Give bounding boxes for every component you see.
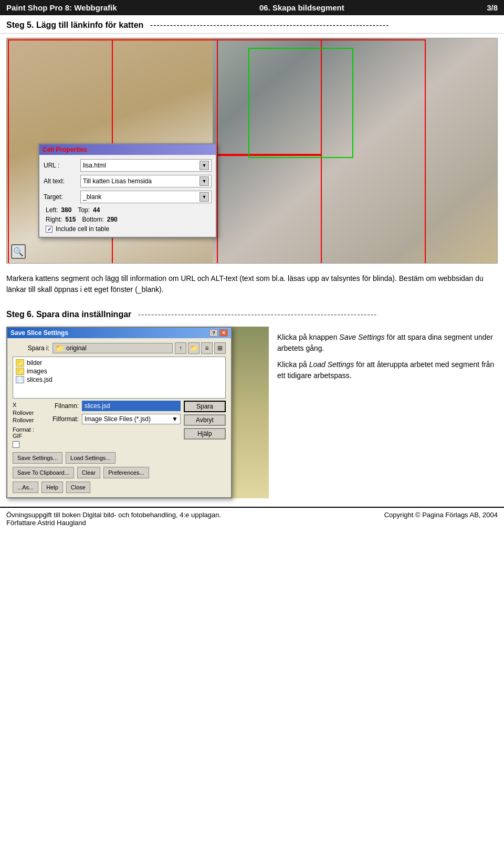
save-slice-dialog: Save Slice Settings ? ✕ Spara i: 📁 origi… — [6, 327, 232, 498]
alt-value: Till katten Lisas hemsida — [83, 177, 200, 185]
save-settings-button[interactable]: Save Settings... — [13, 452, 62, 464]
format-value: GIF — [13, 433, 44, 439]
file-list: 📁 bilder 📁 images 📄 slices.jsd — [13, 357, 226, 399]
toolbar-view-btn[interactable]: ≡ — [201, 342, 213, 354]
target-value: _blank — [83, 193, 200, 201]
toolbar-up-btn[interactable]: ↑ — [175, 342, 186, 354]
save-dialog-titlebar: Save Slice Settings ? ✕ — [7, 328, 231, 338]
save-slice-right-text: Klicka på knappen Save Settings för att … — [277, 327, 498, 498]
url-input[interactable]: lisa.html ▼ — [80, 159, 212, 172]
cell-properties-dialog: Cell Properties URL : lisa.html ▼ Alt te… — [38, 143, 217, 238]
folder-icon: 📁 — [16, 359, 24, 367]
footer-right-line1: Copyright © Pagina Förlags AB, 2004 — [384, 511, 498, 519]
preferences-button[interactable]: Preferences... — [103, 467, 149, 478]
document-icon: 📄 — [16, 376, 24, 383]
alt-label: Alt text: — [44, 177, 80, 185]
alt-input[interactable]: Till katten Lisas hemsida ▼ — [80, 175, 212, 187]
top-value: 44 — [93, 206, 100, 214]
step6-heading-text: Steg 6. Spara dina inställningar — [6, 310, 131, 319]
bottom-label: Bottom: — [82, 216, 103, 223]
url-value: lisa.html — [83, 162, 200, 169]
save-clipboard-button[interactable]: Save To Clipboard... — [13, 467, 74, 478]
right-para2: Klicka på Load Settings för att återuppt… — [277, 359, 498, 381]
top-label: Top: — [78, 206, 90, 214]
target-label: Target: — [44, 193, 80, 201]
url-row: URL : lisa.html ▼ — [44, 159, 212, 172]
page-header: Paint Shop Pro 8: Webbgrafik 06. Skapa b… — [0, 0, 504, 15]
filformat-dropdown-arrow: ▼ — [172, 415, 178, 423]
file-name: slices.jsd — [27, 376, 52, 383]
format-label: Format : — [13, 426, 44, 433]
spara-i-label: Spara i: — [13, 344, 49, 352]
target-dropdown-btn[interactable]: ▼ — [200, 192, 209, 202]
include-cell-row: ✓ Include cell in table — [44, 225, 212, 233]
file-name: images — [27, 368, 47, 375]
slice-border-3 — [217, 155, 322, 264]
save-toolbar: ↑ 📁 ≡ ⊞ — [175, 342, 226, 354]
sd-bottom-row1: Save Settings... Load Settings... — [13, 452, 226, 464]
filformat-value: Image Slice Files (*.jsd) — [85, 415, 151, 423]
alt-dropdown-btn[interactable]: ▼ — [200, 176, 209, 186]
sd-bottom-row2: Save To Clipboard... Clear Preferences..… — [13, 467, 226, 478]
sd-right-buttons: Spara Avbryt Hjälp — [184, 401, 226, 449]
coords-row1: Left: 380 Top: 44 — [44, 206, 212, 214]
filnamn-value: slices.jsd — [85, 402, 110, 410]
save-dialog-body: Spara i: 📁 original ↑ 📁 ≡ ⊞ — [7, 338, 231, 497]
magnifier-icon[interactable]: 🔍 — [11, 244, 26, 259]
alt-row: Alt text: Till katten Lisas hemsida ▼ — [44, 175, 212, 187]
include-cell-checkbox[interactable]: ✓ — [46, 226, 52, 233]
toolbar-new-btn[interactable]: 📁 — [188, 342, 200, 354]
sd-bottom-row3: ...As... Help Close — [13, 482, 226, 493]
target-input[interactable]: _blank ▼ — [80, 191, 212, 203]
left-label: Left: — [46, 206, 58, 214]
rollover-item2: Rollover — [13, 417, 44, 423]
sd-center-panel: Filnamn: slices.jsd Filformat: Image Sli… — [47, 401, 181, 449]
help-button[interactable]: Help — [41, 482, 63, 493]
header-title-center: 06. Skapa bildsegment — [259, 3, 344, 12]
save-slice-area: Save Slice Settings ? ✕ Spara i: 📁 origi… — [6, 327, 498, 498]
spara-i-input[interactable]: 📁 original — [52, 343, 173, 353]
footer-left: Övningsuppgift till boken Digital bild- … — [6, 511, 221, 527]
include-cell-label: Include cell in table — [56, 225, 109, 233]
cell-dialog-title-text: Cell Properties — [43, 146, 87, 153]
avbryt-button[interactable]: Avbryt — [184, 414, 226, 426]
footer-left-line2: Författare Astrid Haugland — [6, 519, 221, 527]
list-item: 📁 bilder — [15, 359, 224, 367]
step5-text: Markera kattens segment och lägg till in… — [0, 268, 504, 306]
left-coord: Left: 380 — [46, 206, 71, 214]
clear-button[interactable]: Clear — [77, 467, 100, 478]
step6-dashes: ----------------------------------------… — [138, 310, 377, 319]
checkbox-sim2[interactable] — [13, 441, 44, 449]
spara-i-row: Spara i: 📁 original ↑ 📁 ≡ ⊞ — [13, 342, 226, 354]
list-item: 📁 images — [15, 367, 224, 375]
step5-heading-text: Steg 5. Lägg till länkinfo för katten — [6, 20, 143, 29]
step5-heading: Steg 5. Lägg till länkinfo för katten --… — [0, 15, 504, 34]
save-dialog-area: Save Slice Settings ? ✕ Spara i: 📁 origi… — [6, 327, 269, 498]
file-name: bilder — [27, 359, 42, 367]
as-button[interactable]: ...As... — [13, 482, 38, 493]
bottom-coord: Bottom: 290 — [82, 216, 117, 223]
spara-button[interactable]: Spara — [184, 401, 226, 412]
footer-right: Copyright © Pagina Förlags AB, 2004 — [384, 511, 498, 527]
url-dropdown-btn[interactable]: ▼ — [200, 161, 209, 170]
dialog-close-btn[interactable]: ✕ — [219, 329, 228, 337]
hjälp-button[interactable]: Hjälp — [184, 428, 226, 440]
sd-left-panel: X Rollover Rollover Format : GIF — [13, 401, 44, 449]
filformat-dropdown[interactable]: Image Slice Files (*.jsd) ▼ — [82, 414, 181, 424]
toolbar-grid-btn[interactable]: ⊞ — [214, 342, 226, 354]
filnamn-label: Filnamn: — [47, 402, 79, 410]
right-para1: Klicka på knappen Save Settings för att … — [277, 332, 498, 354]
filnamn-input[interactable]: slices.jsd — [82, 401, 181, 411]
right-text1-em: Save Settings — [339, 333, 384, 341]
dialog-help-btn[interactable]: ? — [209, 329, 218, 337]
step5-paragraph: Markera kattens segment och lägg till in… — [6, 273, 498, 295]
sd-middle: X Rollover Rollover Format : GIF Filna — [13, 401, 226, 449]
load-settings-button[interactable]: Load Settings... — [66, 452, 115, 464]
footer-left-line1: Övningsuppgift till boken Digital bild- … — [6, 511, 221, 519]
right-text2: Klicka på — [277, 360, 309, 369]
bottom-value: 290 — [107, 216, 118, 223]
close-button[interactable]: Close — [66, 482, 90, 493]
right-value: 515 — [65, 216, 76, 223]
filformat-label: Filformat: — [47, 415, 79, 423]
right-label: Right: — [46, 216, 62, 223]
